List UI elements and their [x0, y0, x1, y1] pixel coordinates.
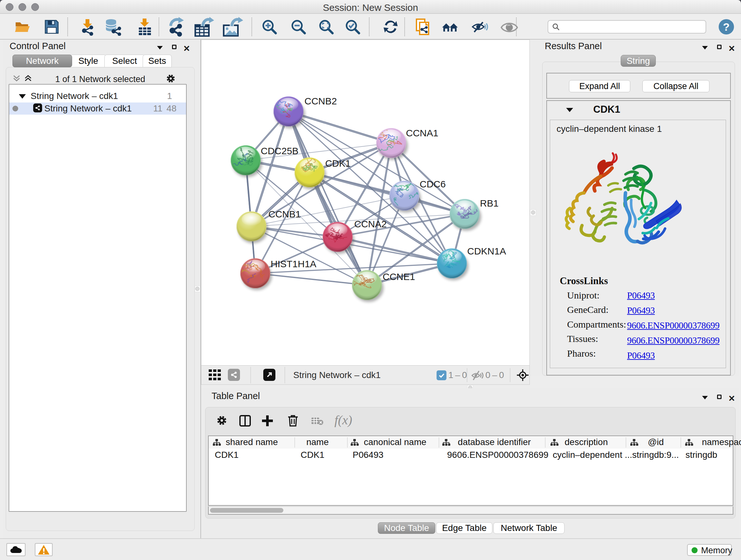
svg-text:HIST1H1A: HIST1H1A: [271, 259, 316, 269]
svg-text:CCNB1: CCNB1: [268, 209, 301, 219]
svg-text:RB1: RB1: [480, 198, 498, 208]
svg-text:CCNB2: CCNB2: [305, 96, 337, 106]
svg-text:CDK1: CDK1: [325, 158, 351, 169]
svg-text:CCNA1: CCNA1: [406, 128, 439, 138]
svg-text:CDKN1A: CDKN1A: [467, 246, 506, 256]
svg-text:CDC6: CDC6: [420, 179, 446, 189]
svg-text:CDC25B: CDC25B: [261, 145, 298, 156]
svg-text:CCNE1: CCNE1: [383, 271, 415, 282]
svg-text:CCNA2: CCNA2: [354, 219, 387, 229]
